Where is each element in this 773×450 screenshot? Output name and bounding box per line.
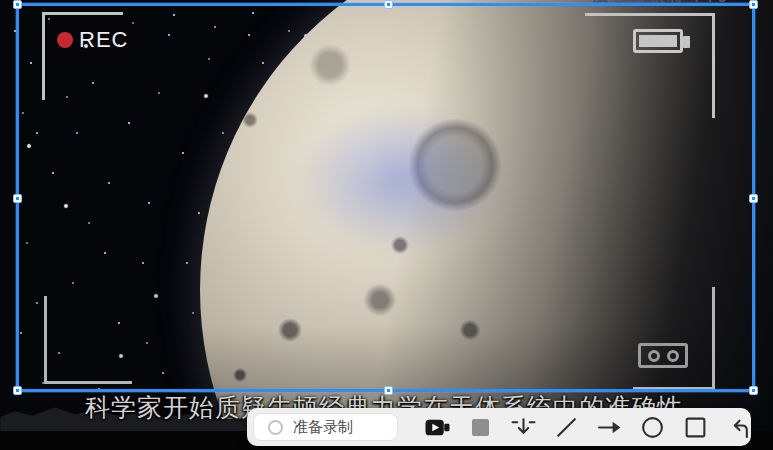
starfield-large <box>0 0 2 2</box>
resize-handle-bottom-right[interactable] <box>749 386 758 395</box>
move-down-button[interactable] <box>510 414 536 440</box>
resize-handle-bottom-middle[interactable] <box>384 386 393 395</box>
recording-toolbar: 准备录制 <box>247 408 751 446</box>
toolbar-tools <box>424 414 751 440</box>
stop-square-icon <box>472 419 489 436</box>
arrow-down-dashes-icon <box>511 415 536 440</box>
resize-handle-top-right[interactable] <box>749 0 758 9</box>
line-icon <box>554 415 579 440</box>
capture-region[interactable] <box>16 3 755 392</box>
rectangle-tool-button[interactable] <box>682 414 708 440</box>
arrow-icon <box>597 415 622 440</box>
resize-handle-middle-right[interactable] <box>749 194 758 203</box>
resize-handle-bottom-left[interactable] <box>13 386 22 395</box>
undo-icon <box>726 415 751 440</box>
camcorder-icon <box>425 415 450 440</box>
ellipse-icon <box>640 415 665 440</box>
recording-status: 准备录制 <box>253 413 398 441</box>
line-tool-button[interactable] <box>553 414 579 440</box>
resize-handle-top-middle[interactable] <box>384 0 393 9</box>
ellipse-tool-button[interactable] <box>639 414 665 440</box>
status-spinner-icon <box>268 420 283 435</box>
video-record-button[interactable] <box>424 414 450 440</box>
resize-handle-top-left[interactable] <box>13 0 22 9</box>
status-label: 准备录制 <box>293 418 353 437</box>
arrow-tool-button[interactable] <box>596 414 622 440</box>
screen-recorder-app: 威否默认将 Pro 科学家开始质疑牛顿经典力学在天体系统中的准确性 REC <box>0 0 773 450</box>
stop-button[interactable] <box>467 414 493 440</box>
rectangle-icon <box>683 415 708 440</box>
resize-handle-middle-left[interactable] <box>13 194 22 203</box>
undo-button[interactable] <box>725 414 751 440</box>
